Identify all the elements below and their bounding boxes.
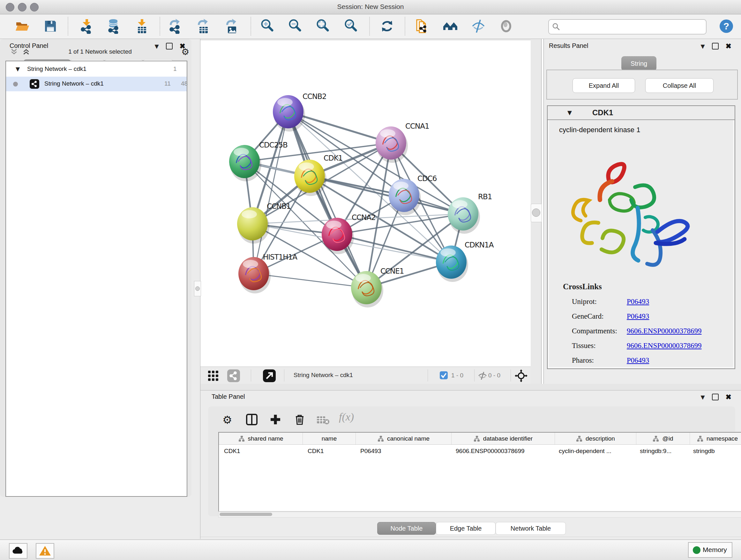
column-header-canonical-name[interactable]: canonical name (356, 433, 452, 444)
expander-triangle-icon[interactable]: ▼ (567, 109, 572, 116)
edge-hist1h1a-ccne1 (254, 273, 366, 288)
zoom-fit-icon[interactable] (315, 18, 331, 34)
toolbar-separator (251, 17, 251, 36)
splitter-handle[interactable] (531, 204, 542, 222)
column-header-description[interactable]: description (555, 433, 636, 444)
zoom-in-icon[interactable] (260, 18, 275, 34)
network-row[interactable]: String Network – cdk1 11 48 (6, 77, 187, 91)
node-label-HIST1H1A: HIST1H1A (263, 253, 297, 261)
add-column-icon[interactable] (269, 414, 281, 426)
splitter-handle[interactable] (194, 281, 201, 296)
tab-string[interactable]: String (621, 56, 657, 71)
collapse-all-button[interactable]: Collapse All (645, 78, 714, 93)
column-header-@id[interactable]: @id (636, 433, 690, 444)
tab-node-table[interactable]: Node Table (377, 522, 436, 535)
table-row[interactable]: CDK1CDK1P064939606.ENSP00000378699cyclin… (219, 445, 741, 457)
open-session-icon[interactable] (15, 18, 30, 34)
table-cell[interactable]: CDK1 (219, 445, 302, 457)
function-builder-icon: f(x) (339, 411, 354, 423)
cloud-button[interactable] (9, 543, 27, 559)
export-network-icon[interactable] (167, 18, 183, 34)
search-icon (552, 23, 560, 31)
grid-view-icon[interactable] (207, 370, 219, 381)
hidden-eye-slash-icon[interactable] (477, 371, 488, 381)
cdk1-section: ▼ CDK1 cyclin-dependent kinase 1 (547, 105, 735, 369)
memory-button[interactable]: Memory (688, 542, 732, 558)
column-header-name[interactable]: name (303, 433, 356, 444)
help-icon[interactable]: ? (719, 18, 734, 34)
network-node-CCNB2[interactable]: CCNB2 (273, 92, 327, 132)
eye-icon[interactable] (498, 18, 514, 34)
crosslink-link[interactable]: P06493 (627, 356, 649, 365)
crosshair-icon[interactable] (515, 369, 528, 382)
delete-column-trash-icon[interactable] (293, 414, 306, 426)
save-session-icon[interactable] (43, 18, 58, 34)
network-node-HIST1H1A[interactable]: HIST1H1A (239, 253, 297, 294)
search-input[interactable] (563, 20, 701, 32)
tab-edge-table[interactable]: Edge Table (436, 522, 495, 535)
cdk1-section-header[interactable]: ▼ CDK1 (548, 106, 735, 120)
float-menu-icon[interactable]: ▼ (700, 43, 704, 50)
open-in-new-window-icon[interactable] (263, 369, 276, 382)
network-selection-summary: 1 of 1 Network selected (0, 48, 200, 55)
home-icon[interactable] (443, 18, 458, 34)
column-header-label: namespace (706, 435, 738, 442)
network-tree: ▼ String Network – cdk1 1 String Network… (5, 61, 187, 497)
float-menu-icon[interactable]: ▼ (700, 394, 704, 400)
tab-network-table[interactable]: Network Table (495, 522, 566, 535)
svg-text:?: ? (724, 21, 729, 31)
apply-layout-refresh-icon[interactable] (380, 18, 395, 34)
close-panel-icon[interactable]: ✖ (726, 44, 731, 49)
table-cell[interactable]: stringdb (688, 445, 741, 457)
expander-triangle-icon[interactable]: ▼ (16, 66, 20, 72)
warning-button[interactable] (36, 543, 54, 559)
network-collection-row[interactable]: ▼ String Network – cdk1 1 (6, 62, 187, 77)
crosslink-link[interactable]: P06493 (627, 298, 649, 306)
zoom-out-icon[interactable] (287, 18, 303, 34)
close-panel-icon[interactable]: ✖ (726, 394, 731, 400)
network-options-gear-icon[interactable]: ⚙ (181, 47, 189, 57)
eye-slash-icon[interactable] (471, 18, 486, 34)
zoom-selected-icon[interactable] (343, 18, 359, 34)
table-cell[interactable]: cyclin-dependent ... (554, 445, 635, 457)
column-header-database-identifier[interactable]: database identifier (452, 433, 555, 444)
table-toolbar: ⚙ f(x) shared namenamecanonical namedata… (208, 407, 735, 516)
node-label-RB1: RB1 (478, 192, 492, 201)
crosslink-link[interactable]: P06493 (627, 312, 649, 320)
column-header-shared-name[interactable]: shared name (219, 433, 303, 444)
divider (200, 537, 741, 537)
toolbar-separator (369, 17, 370, 36)
node-label-CCNE1: CCNE1 (381, 267, 404, 275)
crosslink-link[interactable]: 9606.ENSP00000378699 (627, 341, 702, 350)
crosslink-row: Compartments:9606.ENSP00000378699 (572, 327, 731, 336)
network-graph[interactable]: CCNB2CCNA1CDC25BCDK1CDC6RB1CCNB1CCNA2CDK… (200, 40, 531, 367)
column-header-namespace[interactable]: namespace (690, 433, 741, 444)
network-node-CDKN1A[interactable]: CDKN1A (436, 241, 494, 282)
export-image-icon[interactable] (224, 18, 239, 34)
export-table-icon[interactable] (196, 18, 211, 34)
table-cell[interactable]: 9606.ENSP00000378699 (451, 445, 554, 457)
expand-all-button[interactable]: Expand All (572, 78, 635, 93)
string-document-icon[interactable] (414, 18, 429, 34)
import-network-file-icon[interactable] (79, 18, 94, 34)
table-settings-gear-icon[interactable]: ⚙ (222, 414, 232, 426)
float-window-icon[interactable] (712, 43, 719, 50)
select-columns-icon[interactable] (246, 414, 258, 426)
import-table-icon[interactable] (134, 18, 149, 34)
import-network-database-icon[interactable] (106, 18, 121, 34)
network-node-RB1[interactable]: RB1 (448, 192, 492, 234)
network-node-CCNA1[interactable]: CCNA1 (376, 122, 429, 163)
crosslink-row: Uniprot:P06493 (572, 298, 731, 307)
toolbar-separator (474, 369, 475, 381)
selected-checkbox[interactable] (440, 371, 448, 379)
table-cell[interactable]: P06493 (355, 445, 451, 457)
table-cell[interactable]: CDK1 (302, 445, 355, 457)
network-overview-icon[interactable] (227, 369, 240, 382)
table-cell[interactable]: stringdb:9... (635, 445, 688, 457)
column-header-label: @id (662, 435, 673, 442)
scrollbar-thumb[interactable] (219, 513, 272, 516)
float-window-icon[interactable] (712, 394, 719, 400)
network-view[interactable]: CCNB2CCNA1CDC25BCDK1CDC6RB1CCNB1CCNA2CDK… (200, 40, 531, 384)
table-panel: Table Panel ▼ ✖ ⚙ f(x) shared namenameca… (200, 390, 741, 539)
crosslink-link[interactable]: 9606.ENSP00000378699 (627, 327, 702, 335)
